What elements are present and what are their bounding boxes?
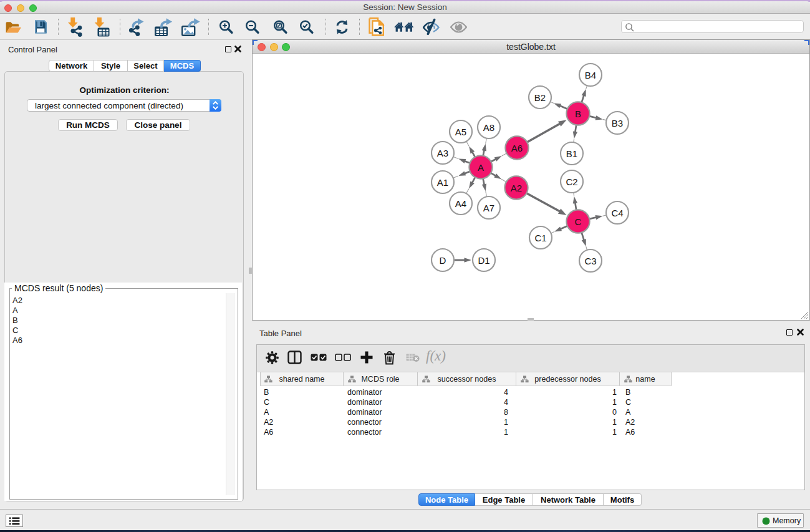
- svg-text:C4: C4: [611, 208, 623, 218]
- svg-text:C2: C2: [566, 177, 577, 187]
- svg-text:A3: A3: [437, 148, 448, 158]
- svg-text:B: B: [575, 109, 581, 119]
- svg-text:B4: B4: [585, 70, 596, 80]
- svg-text:A1: A1: [437, 177, 448, 188]
- svg-text:D1: D1: [478, 255, 489, 266]
- svg-text:A7: A7: [483, 203, 494, 213]
- svg-text:A2: A2: [511, 183, 522, 193]
- svg-text:C1: C1: [534, 233, 546, 243]
- svg-text:A6: A6: [511, 143, 523, 153]
- svg-text:A4: A4: [455, 198, 466, 209]
- svg-text:A: A: [478, 162, 484, 173]
- svg-text:D: D: [440, 255, 446, 266]
- svg-text:C3: C3: [584, 256, 596, 266]
- svg-text:C: C: [575, 216, 582, 227]
- svg-text:A5: A5: [455, 127, 466, 137]
- svg-text:B3: B3: [612, 118, 623, 128]
- svg-text:B2: B2: [534, 92, 546, 103]
- svg-text:A8: A8: [483, 122, 494, 133]
- svg-text:B1: B1: [566, 148, 577, 159]
